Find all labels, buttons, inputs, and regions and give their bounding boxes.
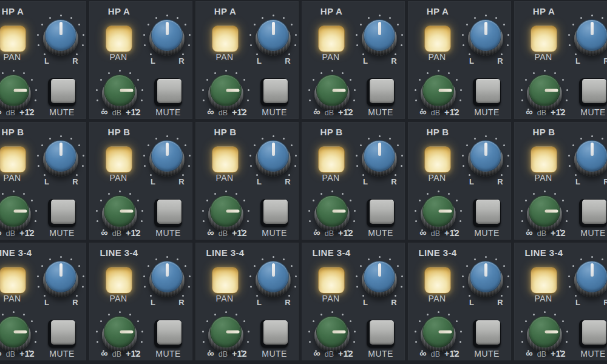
pan-button[interactable] <box>318 25 345 52</box>
knob-tick-dot <box>188 165 190 167</box>
pan-knob[interactable] <box>355 135 404 183</box>
pan-knob-face <box>576 140 607 172</box>
pan-knob[interactable] <box>461 14 510 62</box>
pan-knob[interactable] <box>461 255 510 304</box>
pan-button[interactable] <box>424 267 451 294</box>
pan-knob[interactable] <box>143 255 191 304</box>
pan-button[interactable] <box>531 267 557 294</box>
gain-max-label: +12 <box>232 228 247 238</box>
pan-button[interactable] <box>0 25 26 52</box>
pan-button[interactable] <box>106 146 132 173</box>
knob-tick-dot <box>356 44 358 46</box>
pan-knob-face <box>470 19 501 51</box>
mute-button[interactable] <box>366 318 395 348</box>
pan-knob[interactable] <box>355 255 404 304</box>
mute-button[interactable] <box>366 197 395 228</box>
mute-button[interactable] <box>154 318 183 348</box>
pan-button[interactable] <box>424 146 451 173</box>
mute-button[interactable] <box>472 197 501 228</box>
pan-button[interactable] <box>212 146 239 173</box>
pan-left-label: L <box>575 177 580 186</box>
knob-tick-dot <box>501 53 503 55</box>
pan-knob[interactable] <box>568 14 607 62</box>
knob-tick-dot <box>331 70 333 72</box>
pan-knob[interactable] <box>143 14 191 62</box>
pan-knob-face <box>364 140 395 172</box>
pan-button[interactable] <box>531 25 557 52</box>
knob-tick-dot <box>143 34 145 36</box>
mute-button[interactable] <box>578 318 607 348</box>
pan-button[interactable] <box>424 25 451 52</box>
mute-button[interactable] <box>47 197 76 228</box>
knob-tick-dot <box>150 174 152 176</box>
knob-tick-dot <box>49 258 51 260</box>
knob-tick-dot <box>342 314 344 315</box>
mute-button-face <box>370 320 394 345</box>
knob-tick-dot <box>566 99 568 101</box>
pan-knob[interactable] <box>143 135 191 183</box>
mute-button-label: MUTE <box>155 228 180 238</box>
pan-button[interactable] <box>318 267 345 294</box>
mute-button[interactable] <box>578 76 607 107</box>
pan-knob[interactable] <box>355 14 404 62</box>
gain-unit-label: dB <box>537 350 546 359</box>
pan-button[interactable] <box>0 267 26 294</box>
pan-knob[interactable] <box>249 14 297 62</box>
pan-right-label: R <box>285 56 290 66</box>
pan-knob[interactable] <box>249 135 297 183</box>
gain-unit-label: dB <box>6 229 15 238</box>
pan-knob-face <box>364 261 395 292</box>
pan-knob[interactable] <box>568 135 607 183</box>
pan-button[interactable] <box>318 146 345 173</box>
gain-unit-label: dB <box>431 350 440 359</box>
mute-button[interactable] <box>366 76 395 107</box>
pan-knob[interactable] <box>36 135 85 183</box>
knob-tick-dot <box>291 265 293 267</box>
mute-button[interactable] <box>260 76 289 107</box>
knob-tick-dot <box>256 295 258 297</box>
mute-button[interactable] <box>578 197 607 228</box>
gain-knob-face <box>316 75 348 106</box>
pan-knob[interactable] <box>568 255 607 304</box>
pan-knob[interactable] <box>249 255 297 304</box>
pan-knob[interactable] <box>36 255 85 304</box>
knob-tick-dot <box>544 311 546 313</box>
pan-button[interactable] <box>106 25 132 52</box>
knob-tick-dot <box>485 15 487 16</box>
knob-tick-dot <box>463 165 464 167</box>
pan-button[interactable] <box>212 25 239 52</box>
knob-tick-dot <box>448 314 450 315</box>
gain-knob-face <box>104 316 135 348</box>
knob-tick-dot <box>521 210 523 212</box>
mute-button[interactable] <box>154 197 183 228</box>
knob-tick-dot <box>460 210 462 212</box>
channel-label: LINE 3-4 <box>524 248 563 258</box>
knob-tick-dot <box>462 155 464 157</box>
knob-tick-dot <box>100 200 102 201</box>
mute-button[interactable] <box>47 76 76 107</box>
pan-button[interactable] <box>106 267 132 294</box>
mute-button[interactable] <box>154 76 183 107</box>
mute-button[interactable] <box>260 197 289 228</box>
mute-button[interactable] <box>260 318 289 348</box>
pan-button-label: PAN <box>216 294 234 303</box>
pan-knob[interactable] <box>461 135 510 183</box>
knob-tick-dot <box>566 341 568 343</box>
pan-knob-pointer <box>59 263 63 277</box>
knob-tick-dot <box>137 200 139 201</box>
mute-button[interactable] <box>472 318 501 348</box>
mute-button[interactable] <box>472 76 501 107</box>
knob-tick-dot <box>225 70 227 72</box>
knob-tick-dot <box>248 89 249 91</box>
pan-button[interactable] <box>212 267 239 294</box>
pan-button[interactable] <box>531 146 557 173</box>
channel-strip: HP B PAN L R ∞ dB +12 MUTE <box>0 122 86 240</box>
knob-tick-dot <box>35 89 37 91</box>
pan-button[interactable] <box>0 146 26 173</box>
pan-knob[interactable] <box>36 14 85 62</box>
knob-tick-dot <box>294 286 296 288</box>
gain-scale: ∞ dB +12 <box>419 228 459 238</box>
mute-button[interactable] <box>47 318 76 348</box>
gain-max-label: +12 <box>126 228 141 238</box>
mute-button-label: MUTE <box>49 228 74 238</box>
